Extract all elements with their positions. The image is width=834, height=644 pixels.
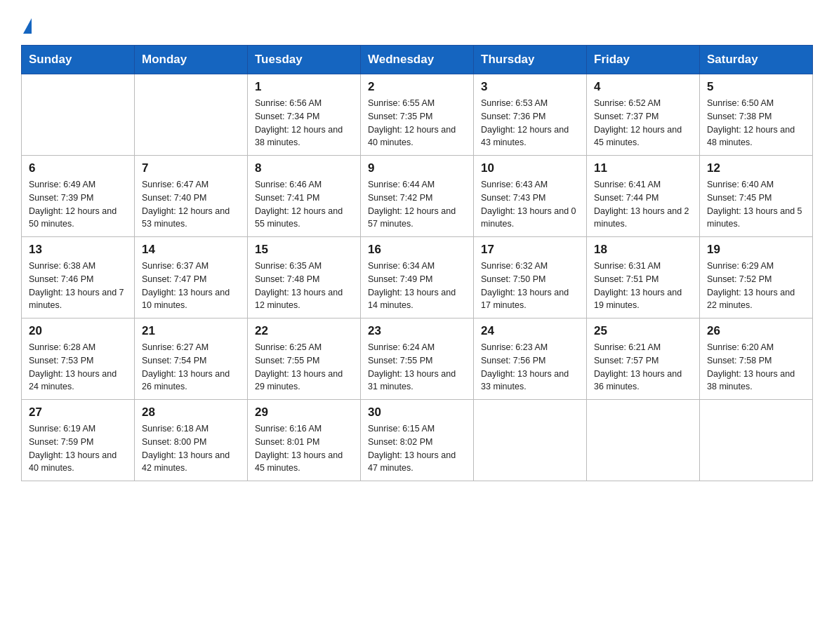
- day-number: 8: [255, 161, 353, 175]
- calendar-cell: 24Sunrise: 6:23 AMSunset: 7:56 PMDayligh…: [474, 318, 587, 400]
- calendar-cell: [700, 400, 813, 481]
- weekday-header: Sunday: [22, 46, 135, 74]
- calendar-cell: 27Sunrise: 6:19 AMSunset: 7:59 PMDayligh…: [22, 400, 135, 481]
- day-number: 7: [142, 161, 240, 175]
- day-info: Sunrise: 6:23 AMSunset: 7:56 PMDaylight:…: [481, 341, 579, 394]
- calendar-cell: [587, 400, 700, 481]
- weekday-header: Thursday: [474, 46, 587, 74]
- calendar-cell: 29Sunrise: 6:16 AMSunset: 8:01 PMDayligh…: [248, 400, 361, 481]
- calendar-cell: 2Sunrise: 6:55 AMSunset: 7:35 PMDaylight…: [361, 74, 474, 156]
- calendar-cell: 7Sunrise: 6:47 AMSunset: 7:40 PMDaylight…: [135, 156, 248, 237]
- calendar-cell: 10Sunrise: 6:43 AMSunset: 7:43 PMDayligh…: [474, 156, 587, 237]
- day-number: 24: [481, 324, 579, 338]
- day-info: Sunrise: 6:27 AMSunset: 7:54 PMDaylight:…: [142, 341, 240, 394]
- day-number: 2: [368, 80, 466, 94]
- calendar-cell: 4Sunrise: 6:52 AMSunset: 7:37 PMDaylight…: [587, 74, 700, 156]
- calendar-cell: 26Sunrise: 6:20 AMSunset: 7:58 PMDayligh…: [700, 318, 813, 400]
- day-info: Sunrise: 6:35 AMSunset: 7:48 PMDaylight:…: [255, 260, 353, 312]
- day-info: Sunrise: 6:56 AMSunset: 7:34 PMDaylight:…: [255, 97, 353, 149]
- calendar-week-row: 6Sunrise: 6:49 AMSunset: 7:39 PMDaylight…: [22, 156, 813, 237]
- weekday-header: Wednesday: [361, 46, 474, 74]
- calendar-cell: 13Sunrise: 6:38 AMSunset: 7:46 PMDayligh…: [22, 237, 135, 318]
- calendar-cell: [22, 74, 135, 156]
- calendar-cell: 6Sunrise: 6:49 AMSunset: 7:39 PMDaylight…: [22, 156, 135, 237]
- calendar-cell: 5Sunrise: 6:50 AMSunset: 7:38 PMDaylight…: [700, 74, 813, 156]
- calendar-cell: 11Sunrise: 6:41 AMSunset: 7:44 PMDayligh…: [587, 156, 700, 237]
- day-number: 9: [368, 161, 466, 175]
- day-info: Sunrise: 6:46 AMSunset: 7:41 PMDaylight:…: [255, 178, 353, 231]
- day-number: 20: [29, 324, 127, 338]
- day-number: 4: [594, 80, 692, 94]
- day-info: Sunrise: 6:25 AMSunset: 7:55 PMDaylight:…: [255, 341, 353, 394]
- day-number: 15: [255, 243, 353, 257]
- day-info: Sunrise: 6:15 AMSunset: 8:02 PMDaylight:…: [368, 422, 466, 475]
- day-number: 23: [368, 324, 466, 338]
- day-number: 12: [707, 161, 805, 175]
- day-info: Sunrise: 6:41 AMSunset: 7:44 PMDaylight:…: [594, 178, 692, 231]
- weekday-header: Saturday: [700, 46, 813, 74]
- calendar-cell: [474, 400, 587, 481]
- calendar-cell: 19Sunrise: 6:29 AMSunset: 7:52 PMDayligh…: [700, 237, 813, 318]
- calendar-cell: 8Sunrise: 6:46 AMSunset: 7:41 PMDaylight…: [248, 156, 361, 237]
- day-info: Sunrise: 6:38 AMSunset: 7:46 PMDaylight:…: [29, 260, 127, 312]
- day-number: 25: [594, 324, 692, 338]
- calendar-cell: 15Sunrise: 6:35 AMSunset: 7:48 PMDayligh…: [248, 237, 361, 318]
- day-info: Sunrise: 6:34 AMSunset: 7:49 PMDaylight:…: [368, 260, 466, 312]
- day-info: Sunrise: 6:28 AMSunset: 7:53 PMDaylight:…: [29, 341, 127, 394]
- calendar-cell: 14Sunrise: 6:37 AMSunset: 7:47 PMDayligh…: [135, 237, 248, 318]
- day-number: 21: [142, 324, 240, 338]
- calendar-cell: 28Sunrise: 6:18 AMSunset: 8:00 PMDayligh…: [135, 400, 248, 481]
- day-info: Sunrise: 6:29 AMSunset: 7:52 PMDaylight:…: [707, 260, 805, 312]
- calendar-cell: 17Sunrise: 6:32 AMSunset: 7:50 PMDayligh…: [474, 237, 587, 318]
- calendar-week-row: 27Sunrise: 6:19 AMSunset: 7:59 PMDayligh…: [22, 400, 813, 481]
- day-number: 29: [255, 405, 353, 420]
- day-number: 3: [481, 80, 579, 94]
- weekday-header: Friday: [587, 46, 700, 74]
- day-number: 18: [594, 243, 692, 257]
- logo-triangle-icon: [23, 18, 32, 34]
- day-number: 14: [142, 243, 240, 257]
- day-info: Sunrise: 6:37 AMSunset: 7:47 PMDaylight:…: [142, 260, 240, 312]
- day-info: Sunrise: 6:55 AMSunset: 7:35 PMDaylight:…: [368, 97, 466, 149]
- calendar-cell: 25Sunrise: 6:21 AMSunset: 7:57 PMDayligh…: [587, 318, 700, 400]
- day-number: 6: [29, 161, 127, 175]
- day-number: 10: [481, 161, 579, 175]
- calendar-cell: [135, 74, 248, 156]
- day-number: 27: [29, 405, 127, 420]
- calendar-cell: 22Sunrise: 6:25 AMSunset: 7:55 PMDayligh…: [248, 318, 361, 400]
- day-number: 13: [29, 243, 127, 257]
- day-number: 26: [707, 324, 805, 338]
- calendar-cell: 20Sunrise: 6:28 AMSunset: 7:53 PMDayligh…: [22, 318, 135, 400]
- day-info: Sunrise: 6:47 AMSunset: 7:40 PMDaylight:…: [142, 178, 240, 231]
- day-info: Sunrise: 6:43 AMSunset: 7:43 PMDaylight:…: [481, 178, 579, 231]
- logo: [21, 18, 32, 32]
- calendar-cell: 30Sunrise: 6:15 AMSunset: 8:02 PMDayligh…: [361, 400, 474, 481]
- day-info: Sunrise: 6:52 AMSunset: 7:37 PMDaylight:…: [594, 97, 692, 149]
- calendar-header-row: SundayMondayTuesdayWednesdayThursdayFrid…: [22, 46, 813, 74]
- calendar-cell: 18Sunrise: 6:31 AMSunset: 7:51 PMDayligh…: [587, 237, 700, 318]
- calendar-week-row: 20Sunrise: 6:28 AMSunset: 7:53 PMDayligh…: [22, 318, 813, 400]
- day-number: 11: [594, 161, 692, 175]
- page-header: [21, 14, 813, 32]
- day-info: Sunrise: 6:19 AMSunset: 7:59 PMDaylight:…: [29, 422, 127, 475]
- day-info: Sunrise: 6:31 AMSunset: 7:51 PMDaylight:…: [594, 260, 692, 312]
- day-info: Sunrise: 6:18 AMSunset: 8:00 PMDaylight:…: [142, 422, 240, 475]
- day-info: Sunrise: 6:24 AMSunset: 7:55 PMDaylight:…: [368, 341, 466, 394]
- day-info: Sunrise: 6:21 AMSunset: 7:57 PMDaylight:…: [594, 341, 692, 394]
- weekday-header: Monday: [135, 46, 248, 74]
- calendar-cell: 9Sunrise: 6:44 AMSunset: 7:42 PMDaylight…: [361, 156, 474, 237]
- day-number: 22: [255, 324, 353, 338]
- day-info: Sunrise: 6:40 AMSunset: 7:45 PMDaylight:…: [707, 178, 805, 231]
- calendar-cell: 21Sunrise: 6:27 AMSunset: 7:54 PMDayligh…: [135, 318, 248, 400]
- day-number: 16: [368, 243, 466, 257]
- day-info: Sunrise: 6:50 AMSunset: 7:38 PMDaylight:…: [707, 97, 805, 149]
- calendar-cell: 1Sunrise: 6:56 AMSunset: 7:34 PMDaylight…: [248, 74, 361, 156]
- day-number: 28: [142, 405, 240, 420]
- day-info: Sunrise: 6:53 AMSunset: 7:36 PMDaylight:…: [481, 97, 579, 149]
- day-number: 1: [255, 80, 353, 94]
- calendar-cell: 16Sunrise: 6:34 AMSunset: 7:49 PMDayligh…: [361, 237, 474, 318]
- day-info: Sunrise: 6:20 AMSunset: 7:58 PMDaylight:…: [707, 341, 805, 394]
- day-number: 17: [481, 243, 579, 257]
- calendar-cell: 23Sunrise: 6:24 AMSunset: 7:55 PMDayligh…: [361, 318, 474, 400]
- day-info: Sunrise: 6:16 AMSunset: 8:01 PMDaylight:…: [255, 422, 353, 475]
